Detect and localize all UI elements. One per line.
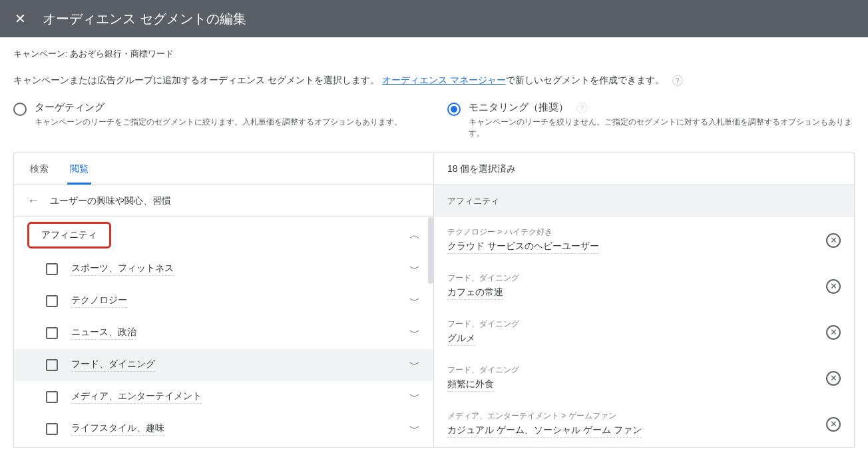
monitoring-option[interactable]: モニタリング（推奨） ? キャンペーンのリーチを絞りません。ご指定のセグメントに… — [447, 101, 855, 139]
selected-item: フード、ダイニンググルメ✕ — [434, 309, 854, 355]
selected-panel: 18 個を選択済み アフィニティ テクノロジー > ハイテク好きクラウド サービ… — [434, 153, 854, 447]
header-bar: ✕ オーディエンス セグメントの編集 — [0, 0, 868, 37]
category-label: ライフスタイル、趣味 — [71, 422, 164, 436]
chevron-down-icon: ﹀ — [409, 358, 420, 372]
category-item[interactable]: ライフスタイル、趣味﹀ — [14, 413, 433, 445]
close-icon[interactable]: ✕ — [13, 12, 27, 25]
monitoring-title: モニタリング（推奨） — [469, 101, 568, 113]
radio-monitoring[interactable] — [447, 103, 461, 116]
checkbox[interactable] — [46, 295, 58, 307]
affinity-label: アフィニティ — [27, 222, 111, 248]
category-list: アフィニティ ︿ スポーツ、フィットネス﹀テクノロジー﹀ニュース、政治﹀フード、… — [14, 217, 433, 445]
category-label: ニュース、政治 — [71, 326, 136, 340]
checkbox[interactable] — [46, 423, 58, 435]
instruction-prefix: キャンペーンまたは広告グループに追加するオーディエンス セグメントを選択します。 — [13, 75, 379, 85]
selected-item-name: クラウド サービスのヘビーユーザー — [447, 240, 599, 254]
monitoring-desc: キャンペーンのリーチを絞りません。ご指定のセグメントに対する入札単価を調整するオ… — [469, 117, 855, 139]
remove-icon[interactable]: ✕ — [826, 371, 841, 386]
mode-options: ターゲティング キャンペーンのリーチをご指定のセグメントに絞ります。入札単価を調… — [13, 101, 855, 139]
selected-list: テクノロジー > ハイテク好きクラウド サービスのヘビーユーザー✕フード、ダイニ… — [434, 217, 854, 447]
selected-item-category: メディア、エンターテイメント > ゲームファン — [447, 410, 642, 422]
panels: 検索 閲覧 ← ユーザーの興味や関心、習慣 アフィニティ ︿ スポーツ、フィット… — [13, 153, 855, 448]
selected-item-name: グルメ — [447, 332, 475, 346]
selected-item-name: カジュアル ゲーム、ソーシャル ゲーム ファン — [447, 424, 642, 438]
checkbox[interactable] — [46, 327, 58, 339]
tab-search[interactable]: 検索 — [27, 154, 51, 185]
chevron-up-icon: ︿ — [409, 229, 420, 242]
category-label: スポーツ、フィットネス — [71, 262, 174, 276]
targeting-option[interactable]: ターゲティング キャンペーンのリーチをご指定のセグメントに絞ります。入札単価を調… — [13, 101, 421, 139]
category-item[interactable]: ニュース、政治﹀ — [14, 317, 433, 349]
browse-panel: 検索 閲覧 ← ユーザーの興味や関心、習慣 アフィニティ ︿ スポーツ、フィット… — [14, 153, 434, 447]
selected-count: 18 個を選択済み — [434, 153, 854, 185]
targeting-desc: キャンペーンのリーチをご指定のセグメントに絞ります。入札単価を調整するオプション… — [35, 117, 402, 128]
instruction-text: キャンペーンまたは広告グループに追加するオーディエンス セグメントを選択します。… — [13, 75, 855, 87]
page-title: オーディエンス セグメントの編集 — [43, 10, 246, 28]
selected-item: テクノロジー > ハイテク好きクラウド サービスのヘビーユーザー✕ — [434, 217, 854, 263]
chevron-down-icon: ﹀ — [409, 262, 420, 276]
chevron-down-icon: ﹀ — [409, 422, 420, 436]
category-label: メディア、エンターテイメント — [71, 390, 202, 404]
selected-section-header: アフィニティ — [434, 185, 854, 217]
selected-item-category: フード、ダイニング — [447, 318, 519, 330]
remove-icon[interactable]: ✕ — [826, 279, 841, 294]
campaign-label: キャンペーン: — [13, 49, 68, 59]
selected-item: フード、ダイニング頻繁に外食✕ — [434, 355, 854, 401]
selected-item-category: フード、ダイニング — [447, 272, 519, 284]
targeting-title: ターゲティング — [35, 101, 402, 114]
category-item[interactable]: スポーツ、フィットネス﹀ — [14, 253, 433, 285]
category-item[interactable]: メディア、エンターテイメント﹀ — [14, 381, 433, 413]
chevron-down-icon: ﹀ — [409, 390, 420, 404]
checkbox[interactable] — [46, 359, 58, 371]
category-label: テクノロジー — [71, 294, 127, 308]
breadcrumb: ユーザーの興味や関心、習慣 — [50, 195, 171, 207]
breadcrumb-row: ← ユーザーの興味や関心、習慣 — [14, 185, 433, 217]
help-icon[interactable]: ? — [672, 75, 683, 86]
campaign-breadcrumb: キャンペーン: あおぞら銀行・商標ワード — [13, 48, 855, 60]
selected-item: メディア、エンターテイメント > ゲームファンカジュアル ゲーム、ソーシャル ゲ… — [434, 401, 854, 447]
tabs: 検索 閲覧 — [14, 153, 433, 185]
instruction-suffix: で新しいセグメントを作成できます。 — [506, 75, 664, 85]
scrollbar[interactable] — [428, 217, 433, 445]
back-arrow-icon[interactable]: ← — [27, 194, 39, 208]
selected-item-name: カフェの常連 — [447, 286, 503, 300]
campaign-name: あおぞら銀行・商標ワード — [70, 49, 174, 59]
selected-item: フード、ダイニングカフェの常連✕ — [434, 263, 854, 309]
category-label: フード、ダイニング — [71, 358, 155, 372]
remove-icon[interactable]: ✕ — [826, 417, 841, 432]
category-item[interactable]: フード、ダイニング﹀ — [14, 349, 433, 381]
radio-targeting[interactable] — [13, 103, 27, 116]
selected-item-category: フード、ダイニング — [447, 364, 519, 376]
tab-browse[interactable]: 閲覧 — [67, 154, 91, 185]
selected-item-name: 頻繁に外食 — [447, 378, 494, 392]
affinity-section-header[interactable]: アフィニティ ︿ — [14, 217, 433, 253]
selected-item-category: テクノロジー > ハイテク好き — [447, 227, 599, 238]
chevron-down-icon: ﹀ — [409, 326, 420, 340]
category-item[interactable]: テクノロジー﹀ — [14, 285, 433, 317]
remove-icon[interactable]: ✕ — [826, 233, 841, 248]
remove-icon[interactable]: ✕ — [826, 325, 841, 340]
chevron-down-icon: ﹀ — [409, 294, 420, 308]
checkbox[interactable] — [46, 391, 58, 403]
audience-manager-link[interactable]: オーディエンス マネージャー — [382, 75, 506, 85]
help-icon[interactable]: ? — [576, 103, 587, 113]
checkbox[interactable] — [46, 263, 58, 275]
